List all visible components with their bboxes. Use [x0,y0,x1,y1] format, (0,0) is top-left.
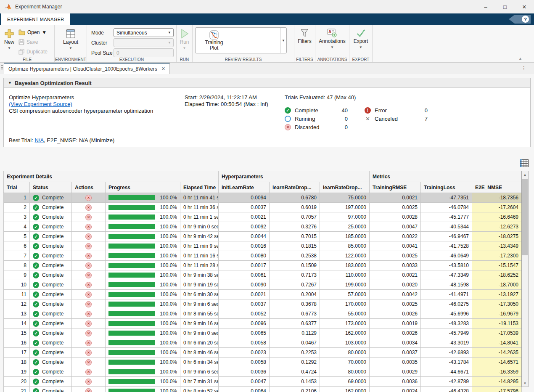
discard-trial-icon[interactable] [85,340,92,346]
progress-bar [108,340,155,345]
column-header-initlearnrate[interactable]: initLearnRate [219,182,270,193]
table-row[interactable]: 9Complete100.0%0 hr 9 min 38 sec0.00610.… [4,270,522,280]
table-row[interactable]: 10Complete100.0%0 hr 9 min 19 sec0.00900… [4,280,522,290]
table-row[interactable]: 1Complete100.0%0 hr 11 min 41 sec0.00940… [4,193,522,203]
document-tab[interactable]: Optimize Hyperparameters | CloudCluster_… [4,63,170,74]
vertical-scrollbar[interactable]: ▲ ▼ [521,171,529,387]
chevron-down-icon: ▼ [183,46,186,50]
filters-button[interactable]: Filters [298,25,312,56]
scrollbar-thumb[interactable] [522,179,528,255]
table-row[interactable]: 7Complete100.0%0 hr 11 min 16 sec0.00800… [4,251,522,261]
discard-trial-icon[interactable] [85,369,92,375]
table-row[interactable]: 21Complete100.0%0 hr 8 min 52 sec0.00640… [4,387,522,392]
cell-trial: 17 [4,348,30,358]
cell-progress: 100.0% [106,367,180,377]
column-header-actions[interactable]: Actions [72,182,106,193]
collapse-ribbon-icon[interactable]: ▲ [518,56,522,61]
panel-header[interactable]: ▼ Bayesian Optimization Result [4,78,530,88]
column-header-trainingloss[interactable]: TrainingLoss [421,182,472,193]
discard-trial-icon[interactable] [85,195,92,201]
new-plus-icon [4,28,15,39]
table-row[interactable]: 13Complete100.0%0 hr 8 min 55 sec0.00520… [4,309,522,319]
table-row[interactable]: 8Complete100.0%0 hr 11 min 28 sec0.00170… [4,261,522,270]
minimize-button[interactable]: – [476,0,495,13]
tab-strip-grip-icon[interactable] [1,65,3,66]
column-header-learnratedrop-[interactable]: learnRateDrop... [320,182,370,193]
discard-trial-icon[interactable] [85,204,92,211]
table-row[interactable]: 18Complete100.0%0 hr 6 min 34 sec0.00580… [4,358,522,367]
table-row[interactable]: 19Complete100.0%0 hr 9 min 6 sec0.00360.… [4,367,522,377]
discard-trial-icon[interactable] [85,379,92,385]
discard-trial-icon[interactable] [85,262,92,269]
column-header-trial[interactable]: Trial [4,182,30,193]
discard-trial-icon[interactable] [85,253,92,259]
ribbon-tab-experiment-manager[interactable]: EXPERIMENT MANAGER [1,13,70,25]
cell-trainingRMSE: 0.0037 [370,348,421,358]
column-header-trainingrmse[interactable]: TrainingRMSE [370,182,421,193]
discard-trial-icon[interactable] [85,388,92,392]
discard-trial-icon[interactable] [85,214,92,220]
tab-options-icon[interactable]: ⋮ [521,65,526,71]
table-row[interactable]: 16Complete100.0%0 hr 6 min 20 sec0.00580… [4,338,522,348]
running-icon [285,116,291,122]
table-row[interactable]: 20Complete100.0%0 hr 7 min 31 sec0.00470… [4,377,522,387]
close-button[interactable]: ✕ [515,0,534,13]
cell-lrDropPeriod: 80.0000 [320,348,370,358]
toolbar-section-execution: Mode Simultaneous ▼ Cluster ▼ Pool Size … [87,25,177,62]
column-header-elapsed-time[interactable]: Elapsed Time [180,182,219,193]
maximize-button[interactable]: □ [495,0,515,13]
open-button[interactable]: Open ▼ [19,27,48,37]
column-header-e2e-nmse[interactable]: E2E_NMSE [472,182,522,193]
table-row[interactable]: 12Complete100.0%0 hr 9 min 6 sec0.00370.… [4,299,522,309]
cell-trainingLoss: -46.4328 [421,387,472,392]
discard-trial-icon[interactable] [85,243,92,249]
view-experiment-source-link[interactable]: (View Experiment Source) [9,101,72,107]
gallery-expand-button[interactable]: ▼ [280,28,286,53]
table-row[interactable]: 14Complete100.0%0 hr 9 min 16 sec0.00960… [4,319,522,328]
discard-trial-icon[interactable] [85,359,92,366]
discard-trial-icon[interactable] [85,330,92,336]
discard-trial-icon[interactable] [85,224,92,230]
progress-bar [108,263,155,268]
table-row[interactable]: 5Complete100.0%0 hr 9 min 42 sec0.00440.… [4,232,522,241]
table-row[interactable]: 3Complete100.0%0 hr 11 min 1 sec0.00210.… [4,212,522,222]
column-header-learnratedrop-[interactable]: learnRateDrop... [270,182,320,193]
cell-status: Complete [30,280,72,290]
discard-trial-icon[interactable] [85,311,92,317]
training-plot-button[interactable]: Training Plot [196,28,233,53]
table-row[interactable]: 15Complete100.0%0 hr 9 min 0 sec0.00650.… [4,328,522,338]
mode-dropdown[interactable]: Simultaneous ▼ [114,28,174,37]
cell-initLearnRate: 0.0021 [219,212,270,222]
cell-trial: 21 [4,387,30,392]
discard-trial-icon[interactable] [85,233,92,240]
scroll-up-icon[interactable]: ▲ [522,171,528,178]
experiment-description: CSI compression autoencoder hyperparamet… [9,108,153,114]
column-header-progress[interactable]: Progress [106,182,180,193]
table-row[interactable]: 17Complete100.0%0 hr 8 min 46 sec0.00230… [4,348,522,358]
cell-trainingRMSE: 0.0036 [370,377,421,387]
table-row[interactable]: 6Complete100.0%0 hr 11 min 9 sec0.00160.… [4,241,522,251]
cell-lrDropFactor: 0.1292 [270,358,320,367]
section-label-execution: EXECUTION [87,57,176,62]
layout-button[interactable]: Layout ▼ [63,25,78,56]
table-row[interactable]: 4Complete100.0%0 hr 9 min 0 sec0.00920.3… [4,222,522,232]
annotations-button[interactable]: A Annotations ▼ [319,25,345,56]
new-button[interactable]: New ▼ [0,25,19,56]
help-button[interactable]: ? [509,15,531,24]
scroll-down-icon[interactable]: ▼ [522,380,528,387]
discard-trial-icon[interactable] [85,291,92,298]
discard-trial-icon[interactable] [85,272,92,278]
export-button[interactable]: Export ▼ [354,25,368,56]
table-view-button[interactable] [519,159,529,168]
discard-trial-icon[interactable] [85,301,92,307]
discard-trial-icon[interactable] [85,350,92,356]
table-row[interactable]: 11Complete100.0%0 hr 6 min 30 sec0.00210… [4,290,522,299]
cell-initLearnRate: 0.0023 [219,348,270,358]
best-trial-link[interactable]: N/A [34,137,44,143]
table-row[interactable]: 2Complete100.0%0 hr 11 min 36 sec0.00370… [4,203,522,212]
discard-trial-icon[interactable] [85,282,92,288]
column-header-status[interactable]: Status [30,182,72,193]
cell-e2e: -18.6252 [472,270,522,280]
discard-trial-icon[interactable] [85,320,92,327]
tab-close-icon[interactable]: ✕ [161,66,165,72]
